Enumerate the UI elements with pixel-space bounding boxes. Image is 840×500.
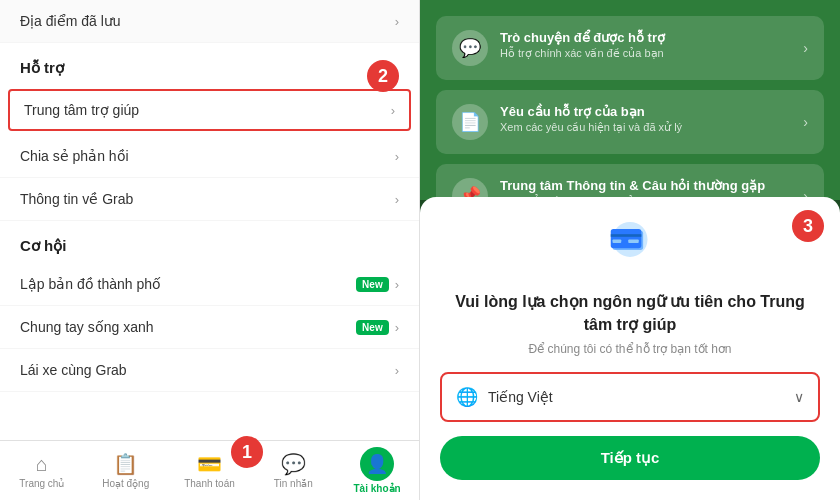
go-green-label: Chung tay sống xanh xyxy=(20,319,154,335)
step-1-badge: 1 xyxy=(231,436,263,468)
globe-icon: 🌐 xyxy=(456,386,478,408)
request-icon: 📄 xyxy=(452,104,488,140)
step-3-badge: 3 xyxy=(792,210,824,242)
activity-icon: 📋 xyxy=(113,452,138,476)
drive-with-grab-item[interactable]: Lái xe cùng Grab › xyxy=(0,349,419,392)
step-2-badge: 2 xyxy=(367,60,399,92)
chevron-icon: › xyxy=(395,277,399,292)
share-feedback-item[interactable]: Chia sẻ phản hồi › xyxy=(0,135,419,178)
nav-account[interactable]: 👤 Tài khoản xyxy=(335,441,419,500)
nav-home-label: Trang chủ xyxy=(19,478,64,489)
saved-locations-item[interactable]: Địa điểm đã lưu › xyxy=(0,0,419,43)
grab-info-item[interactable]: Thông tin về Grab › xyxy=(0,178,419,221)
svg-rect-3 xyxy=(611,234,642,237)
help-center-label: Trung tâm trợ giúp xyxy=(24,102,139,118)
new-badge: New xyxy=(356,320,389,335)
left-panel: Địa điểm đã lưu › Hỗ trợ Trung tâm trợ g… xyxy=(0,0,420,500)
map-city-item[interactable]: Lập bản đồ thành phố New › xyxy=(0,263,419,306)
home-icon: ⌂ xyxy=(36,453,48,476)
faq-title: Trung tâm Thông tin & Câu hỏi thường gặp xyxy=(500,178,765,193)
nav-messages-label: Tin nhắn xyxy=(274,478,313,489)
account-icon: 👤 xyxy=(366,453,388,475)
dropdown-chevron-icon: ∨ xyxy=(794,389,804,405)
saved-locations-label: Địa điểm đã lưu xyxy=(20,13,121,29)
nav-activity-label: Hoạt động xyxy=(102,478,149,489)
request-support-desc: Xem các yêu cầu hiện tại và đã xử lý xyxy=(500,121,682,134)
illustration-icon xyxy=(595,221,665,271)
language-select-dropdown[interactable]: 🌐 Tiếng Việt ∨ xyxy=(440,372,820,422)
share-feedback-label: Chia sẻ phản hồi xyxy=(20,148,129,164)
opportunity-section-header: Cơ hội xyxy=(0,221,419,263)
payment-icon: 💳 xyxy=(197,452,222,476)
chevron-icon: › xyxy=(395,149,399,164)
nav-account-label: Tài khoản xyxy=(354,483,401,494)
language-label: Tiếng Việt xyxy=(488,389,553,405)
continue-button[interactable]: Tiếp tục xyxy=(440,436,820,480)
nav-home[interactable]: ⌂ Trang chủ xyxy=(0,441,84,500)
grab-info-label: Thông tin về Grab xyxy=(20,191,133,207)
card-chevron-icon: › xyxy=(803,40,808,56)
svg-rect-4 xyxy=(613,240,622,244)
nav-messages[interactable]: 💬 Tin nhắn xyxy=(251,441,335,500)
chevron-icon: › xyxy=(395,363,399,378)
svg-rect-2 xyxy=(611,229,642,248)
request-support-title: Yêu cầu hỗ trợ của bạn xyxy=(500,104,682,119)
chat-support-card[interactable]: 💬 Trò chuyện để được hỗ trợ Hỗ trợ chính… xyxy=(436,16,824,80)
help-center-item[interactable]: Trung tâm trợ giúp › xyxy=(8,89,411,131)
chat-support-title: Trò chuyện để được hỗ trợ xyxy=(500,30,665,45)
drive-with-grab-label: Lái xe cùng Grab xyxy=(20,362,127,378)
chat-support-desc: Hỗ trợ chính xác vấn đề của bạn xyxy=(500,47,665,60)
right-panel: 💬 Trò chuyện để được hỗ trợ Hỗ trợ chính… xyxy=(420,0,840,500)
svg-rect-5 xyxy=(628,240,639,244)
go-green-item[interactable]: Chung tay sống xanh New › xyxy=(0,306,419,349)
account-avatar: 👤 xyxy=(360,447,394,481)
modal-title: Vui lòng lựa chọn ngôn ngữ ưu tiên cho T… xyxy=(440,291,820,336)
menu-content: Địa điểm đã lưu › Hỗ trợ Trung tâm trợ g… xyxy=(0,0,419,440)
nav-activity[interactable]: 📋 Hoạt động xyxy=(84,441,168,500)
chevron-icon: › xyxy=(395,320,399,335)
chevron-icon: › xyxy=(395,14,399,29)
support-section-header: Hỗ trợ xyxy=(0,43,419,85)
chevron-icon: › xyxy=(395,192,399,207)
card-chevron-icon: › xyxy=(803,114,808,130)
nav-payment-label: Thanh toán xyxy=(184,478,235,489)
modal-subtitle: Để chúng tôi có thể hỗ trợ bạn tốt hơn xyxy=(440,342,820,356)
chevron-icon: › xyxy=(391,103,395,118)
new-badge: New xyxy=(356,277,389,292)
request-support-card[interactable]: 📄 Yêu cầu hỗ trợ của bạn Xem các yêu cầu… xyxy=(436,90,824,154)
language-modal: Vui lòng lựa chọn ngôn ngữ ưu tiên cho T… xyxy=(420,197,840,500)
bottom-navigation: ⌂ Trang chủ 📋 Hoạt động 💳 Thanh toán 💬 T… xyxy=(0,440,419,500)
modal-illustration xyxy=(440,221,820,275)
map-city-label: Lập bản đồ thành phố xyxy=(20,276,161,292)
chat-icon: 💬 xyxy=(452,30,488,66)
messages-icon: 💬 xyxy=(281,452,306,476)
